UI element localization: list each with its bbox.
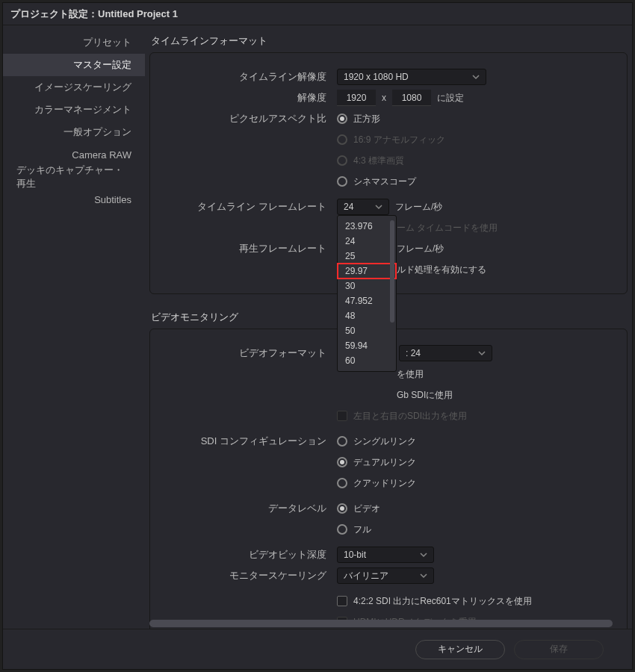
select-value: 10-bit (344, 550, 366, 560)
sidebar-item-subtitles[interactable]: Subtitles (3, 188, 145, 211)
sidebar-item-label: マスター設定 (73, 58, 131, 72)
select-monitor-scaling[interactable]: バイリニア (337, 567, 434, 584)
label-resolution: 解像度 (165, 91, 337, 105)
framerate-option[interactable]: 24 (338, 234, 396, 249)
resolution-x: x (382, 93, 386, 103)
select-timeline-resolution[interactable]: 1920 x 1080 HD (337, 69, 486, 85)
footer: キャンセル 保存 (3, 629, 632, 669)
radio-sdi-single[interactable] (337, 436, 347, 447)
save-button[interactable]: 保存 (514, 640, 604, 659)
radio-aspect-sd[interactable] (337, 155, 347, 166)
scroll-area[interactable]: タイムラインフォーマット タイムライン解像度 1920 x 1080 HD 解像… (149, 33, 628, 629)
radio-label: クアッドリンク (353, 477, 416, 490)
framerate-option[interactable]: 50 (338, 323, 396, 338)
lr-sdi-label: 左目と右目のSDI出力を使用 (353, 410, 467, 423)
horizontal-scrollbar[interactable] (149, 620, 617, 627)
framerate-option[interactable]: 60 (338, 353, 396, 368)
use-sdi-label-fragment: Gb SDIに使用 (397, 389, 453, 402)
body: プリセット マスター設定 イメージスケーリング カラーマネージメント 一般オプシ… (3, 25, 632, 629)
panel-timeline-format: タイムライン解像度 1920 x 1080 HD 解像度 1920 x (149, 52, 628, 294)
cancel-button[interactable]: キャンセル (415, 640, 505, 659)
framerate-dropdown[interactable]: 23.976 24 25 29.97 30 47.952 48 50 59.94 (337, 215, 397, 372)
select-value: 24 (344, 202, 353, 212)
sidebar-item-master-settings[interactable]: マスター設定 (3, 54, 145, 76)
radio-aspect-square[interactable] (337, 113, 347, 124)
checkbox-rec601[interactable] (337, 596, 347, 606)
radio-label: シングルリンク (353, 435, 416, 448)
sidebar-item-label: プリセット (83, 36, 131, 49)
label-data-level: データレベル (165, 502, 337, 515)
label-monitor-scaling: モニタースケーリング (165, 569, 337, 582)
radio-label: ビデオ (353, 503, 380, 515)
label-timeline-framerate: タイムライン フレームレート (165, 200, 337, 214)
sidebar-item-label: 一般オプション (64, 125, 131, 139)
label-timeline-resolution: タイムライン解像度 (165, 70, 337, 84)
select-value: : 24 (406, 348, 421, 358)
radio-datalevel-video[interactable] (337, 503, 347, 514)
sidebar-item-label: Subtitles (94, 194, 131, 205)
sidebar-item-label: イメージスケーリング (34, 81, 131, 94)
rec601-label: 4:2:2 SDI 出力にRec601マトリックスを使用 (353, 595, 532, 608)
sidebar-item-deck-capture-playback[interactable]: デッキのキャプチャー・再生 (3, 166, 145, 188)
framerate-option[interactable]: 23.976 (338, 219, 396, 234)
framerate-option-highlighted[interactable]: 29.97 (338, 264, 396, 279)
select-value: 1920 x 1080 HD (344, 72, 409, 82)
framerate-option[interactable]: 48 (338, 308, 396, 323)
radio-sdi-quad[interactable] (337, 478, 347, 488)
chevron-down-icon (472, 73, 480, 81)
sidebar-item-color-management[interactable]: カラーマネージメント (3, 99, 145, 121)
radio-sdi-dual[interactable] (337, 457, 347, 467)
horizontal-scrollbar-thumb[interactable] (149, 620, 613, 627)
checkbox-lr-sdi[interactable] (337, 411, 347, 421)
panel-video-monitoring: ビデオフォーマット : 24 を使用 (149, 329, 628, 629)
label-pixel-aspect: ピクセルアスペクト比 (165, 112, 337, 125)
settings-sidebar: プリセット マスター設定 イメージスケーリング カラーマネージメント 一般オプシ… (3, 25, 145, 629)
select-timeline-framerate[interactable]: 24 (337, 199, 389, 215)
sidebar-item-image-scaling[interactable]: イメージスケーリング (3, 76, 145, 99)
sidebar-item-label: デッキのキャプチャー・再生 (16, 164, 131, 190)
framerate-option[interactable]: 30 (338, 279, 396, 293)
dropdown-scrollbar-thumb[interactable] (390, 220, 394, 323)
select-bit-depth[interactable]: 10-bit (337, 547, 434, 563)
playback-enable-fragment: ルド処理を有効にする (397, 264, 486, 276)
label-bit-depth: ビデオビット深度 (165, 548, 337, 561)
input-resolution-width[interactable]: 1920 (337, 90, 376, 106)
radio-label: 16:9 アナモルフィック (353, 134, 445, 146)
project-settings-window: プロジェクト設定：Untitled Project 1 プリセット マスター設定… (2, 2, 633, 670)
section-title-timeline-format: タイムラインフォーマット (149, 33, 628, 52)
title-prefix: プロジェクト設定： (10, 8, 98, 19)
radio-label: フル (353, 523, 371, 536)
label-sdi-config: SDI コンフィギュレーション (165, 435, 337, 448)
button-label: 保存 (550, 643, 568, 656)
radio-aspect-anamorphic[interactable] (337, 134, 347, 145)
framerate-option[interactable]: 59.94 (338, 338, 396, 353)
use-label-fragment: を使用 (397, 368, 424, 381)
sidebar-item-general-options[interactable]: 一般オプション (3, 121, 145, 143)
radio-datalevel-full[interactable] (337, 524, 347, 535)
resolution-suffix: に設定 (437, 92, 464, 105)
radio-label: デュアルリンク (353, 456, 416, 469)
framerate-unit: フレーム/秒 (395, 201, 442, 214)
select-value: バイリニア (344, 570, 388, 582)
sidebar-item-label: Camera RAW (72, 149, 131, 161)
input-resolution-height[interactable]: 1080 (392, 90, 431, 106)
sidebar-item-label: カラーマネージメント (34, 103, 131, 116)
sidebar-item-camera-raw[interactable]: Camera RAW (3, 143, 145, 166)
radio-label: シネマスコープ (353, 175, 416, 188)
playback-unit: フレーム/秒 (397, 243, 444, 255)
chevron-down-icon (375, 203, 382, 211)
chevron-down-icon (420, 572, 427, 579)
window-title: プロジェクト設定：Untitled Project 1 (3, 3, 632, 25)
chevron-down-icon (478, 349, 486, 357)
framerate-option[interactable]: 47.952 (338, 293, 396, 308)
button-label: キャンセル (438, 643, 483, 656)
project-name: Untitled Project 1 (98, 8, 178, 19)
dropdown-scrollbar[interactable] (390, 220, 394, 367)
sidebar-item-presets[interactable]: プリセット (3, 31, 145, 54)
radio-label: 正方形 (353, 113, 380, 125)
radio-aspect-scope[interactable] (337, 176, 347, 187)
framerate-option[interactable]: 25 (338, 249, 396, 264)
chevron-down-icon (420, 551, 427, 559)
dropframe-label-fragment: ーム タイムコードを使用 (397, 222, 498, 234)
select-video-format[interactable]: : 24 (399, 345, 492, 361)
